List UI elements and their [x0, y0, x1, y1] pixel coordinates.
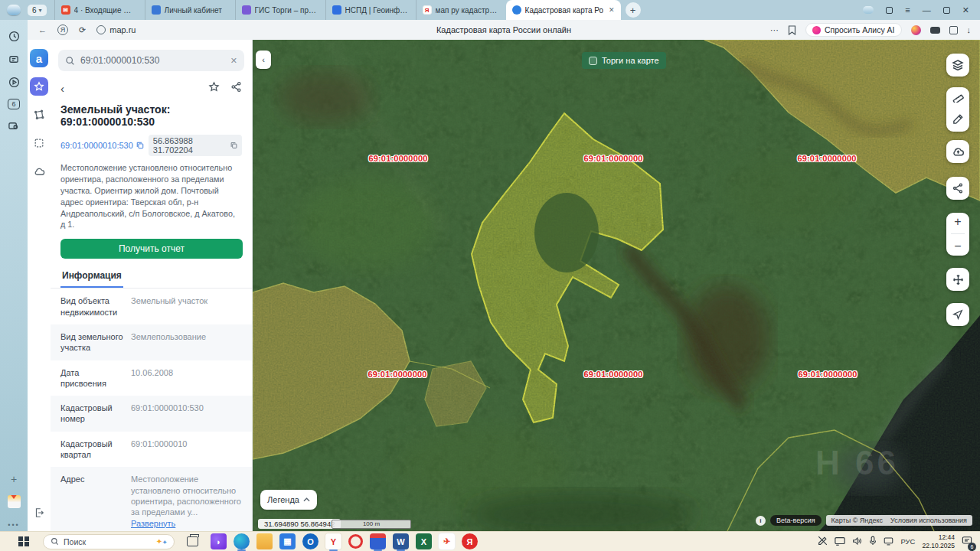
collections-icon[interactable]: [8, 53, 21, 66]
new-tab-button[interactable]: +: [626, 2, 641, 18]
task-view-button[interactable]: [187, 536, 198, 546]
yandex-services-icon[interactable]: Я: [57, 24, 68, 35]
favorites-tool-button[interactable]: [30, 77, 48, 96]
mail-app-icon[interactable]: ✈: [439, 533, 455, 549]
copy-icon[interactable]: [230, 142, 237, 149]
map-share-button[interactable]: [946, 177, 969, 200]
browser-logo-icon[interactable]: [7, 5, 21, 15]
taskbar-clock[interactable]: 12:44 22.10.2025: [922, 533, 955, 549]
clear-search-icon[interactable]: ✕: [230, 56, 237, 66]
collapse-panel-button[interactable]: ‹: [256, 51, 271, 69]
video-icon[interactable]: [8, 76, 21, 89]
add-panel-icon[interactable]: +: [8, 472, 21, 485]
tab-search-results[interactable]: Я мап ру кадастровая карт: [416, 0, 506, 20]
tab-group-counter[interactable]: 6 ▾: [28, 5, 47, 16]
share-icon[interactable]: [230, 81, 242, 96]
store-app-icon[interactable]: ▦: [279, 533, 296, 549]
panels-icon[interactable]: [886, 7, 893, 14]
terms-link[interactable]: Условия использования: [890, 517, 967, 524]
panel-back-button[interactable]: ‹: [60, 82, 64, 95]
favorite-star-icon[interactable]: [208, 81, 220, 96]
cadastral-number-link[interactable]: 69:01:0000010:530: [60, 141, 144, 150]
word-app-icon[interactable]: W: [393, 533, 409, 549]
tab-cabinet[interactable]: Личный кабинет: [145, 0, 235, 20]
speaker-tray-icon[interactable]: [852, 535, 862, 549]
tab-mail[interactable]: ✉ 4 · Входящие — Яндекс П: [54, 0, 145, 20]
microphone-tray-icon[interactable]: [869, 535, 877, 549]
browser-side-strip: 6 + •••: [0, 20, 28, 531]
start-button[interactable]: [18, 536, 29, 547]
site-info-icon[interactable]: [96, 25, 106, 34]
pan-button[interactable]: [946, 268, 969, 291]
legend-button[interactable]: Легенда: [260, 490, 317, 510]
close-tab-icon[interactable]: ✕: [609, 6, 615, 14]
downloads-icon[interactable]: ↓: [967, 25, 972, 34]
chevron-down-icon: ▾: [39, 7, 42, 14]
selection-tool-button[interactable]: [30, 134, 48, 152]
floppy-app-icon[interactable]: [370, 533, 386, 549]
edit-button[interactable]: [952, 113, 964, 128]
outlook-app-icon[interactable]: O: [302, 533, 318, 549]
opera-app-icon[interactable]: [348, 534, 363, 549]
screenshot-icon[interactable]: [8, 119, 21, 132]
pen-tray-icon[interactable]: [818, 535, 828, 549]
layers-button[interactable]: [946, 54, 969, 77]
back-button[interactable]: ←: [38, 25, 47, 34]
expand-address-link[interactable]: Развернуть: [131, 519, 175, 528]
yandex-service-app-icon[interactable]: Я: [462, 533, 478, 549]
quarter-label: 69:01:0000000: [361, 154, 435, 163]
search-input[interactable]: [80, 55, 225, 66]
extensions-icon[interactable]: [949, 26, 958, 34]
tab-cadastral-map-active[interactable]: Кадастровая карта Ро ✕: [506, 0, 621, 20]
minimize-button[interactable]: —: [923, 5, 931, 15]
app-logo[interactable]: a: [30, 49, 48, 67]
map-attribution: Карты © Яндекс: [831, 517, 884, 524]
taskbar-search[interactable]: Поиск ✦✦: [43, 534, 175, 549]
cast-tray-icon[interactable]: [835, 535, 845, 549]
get-report-button[interactable]: Получить отчет: [60, 239, 243, 259]
torgi-checkbox[interactable]: [589, 57, 597, 65]
satellite-map[interactable]: ‹ Торги на карте 69:01:0000000 69:01:000…: [253, 40, 980, 531]
copy-icon[interactable]: [136, 142, 144, 149]
search-box[interactable]: ✕: [58, 50, 244, 71]
coordinates-chip[interactable]: 56.863988 31.702204: [149, 135, 242, 156]
ask-alice-button[interactable]: Спросить Алису AI: [805, 23, 902, 37]
widget-icon[interactable]: [930, 27, 940, 34]
language-indicator[interactable]: РУС: [900, 537, 915, 546]
upload-button[interactable]: [946, 140, 969, 163]
strip-more-icon[interactable]: •••: [8, 518, 21, 531]
zoom-out-button[interactable]: −: [954, 240, 961, 253]
user-avatar[interactable]: [911, 25, 921, 35]
notification-center-button[interactable]: 6: [962, 535, 972, 549]
torgi-toggle[interactable]: Торги на карте: [582, 52, 666, 69]
info-icon[interactable]: i: [756, 516, 766, 526]
tab-information[interactable]: Информация: [60, 266, 123, 288]
menu-icon[interactable]: ≡: [905, 5, 910, 15]
yandex-browser-app-icon[interactable]: Y: [325, 533, 341, 549]
close-window-button[interactable]: ✕: [962, 5, 969, 15]
address-bar[interactable]: map.ru: [96, 25, 136, 34]
edge-app-icon[interactable]: [234, 533, 250, 549]
history-icon[interactable]: [8, 30, 21, 43]
cloud-tool-button[interactable]: [30, 162, 48, 181]
refresh-button[interactable]: ⟳: [79, 25, 86, 35]
more-icon[interactable]: ⋯: [770, 25, 779, 35]
bookmark-icon[interactable]: [788, 25, 796, 35]
tab-counter-icon[interactable]: 6: [8, 99, 20, 109]
display-tray-icon[interactable]: [884, 535, 893, 549]
restore-button[interactable]: [943, 7, 950, 14]
zoom-in-button[interactable]: +: [954, 215, 961, 229]
mail-widget-icon[interactable]: [8, 495, 21, 508]
my-location-button[interactable]: [946, 303, 969, 326]
browser-toolbar: ← Я ⟳ map.ru Кадастровая карта России он…: [28, 20, 980, 40]
polygon-tool-button[interactable]: [30, 106, 48, 124]
ruler-button[interactable]: [952, 91, 964, 106]
logout-button[interactable]: [30, 504, 48, 522]
alice-app-icon[interactable]: ◗: [211, 533, 227, 549]
explorer-app-icon[interactable]: [256, 533, 273, 549]
tab-nspd[interactable]: НСПД | Геоинформацион: [325, 0, 416, 20]
date: 22.10.2025: [922, 542, 955, 549]
tab-gis-torgi[interactable]: ГИС Торги – продажи гос: [235, 0, 325, 20]
profile-avatar[interactable]: [863, 6, 874, 14]
excel-app-icon[interactable]: X: [416, 533, 432, 549]
